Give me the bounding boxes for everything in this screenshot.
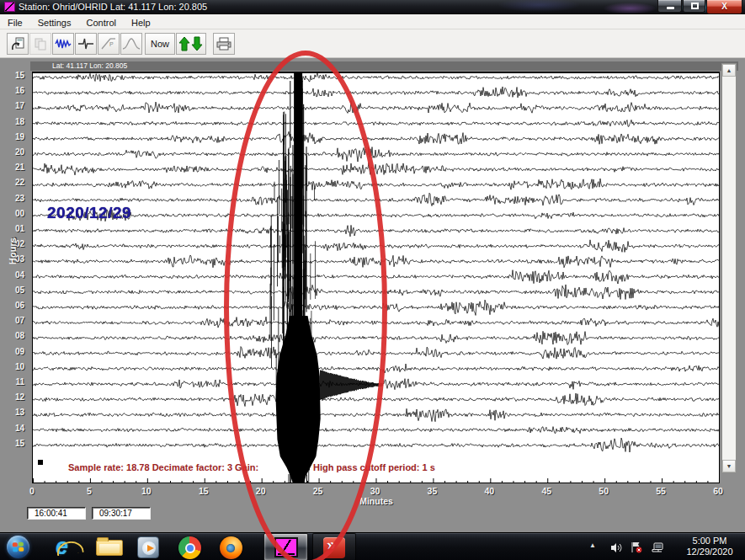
hour-label: 00 [2,208,24,219]
menu-bar: FileSettingsControlHelp [0,14,745,29]
minute-label: 20 [250,486,272,496]
seismograph-app-icon [274,537,298,557]
scroll-up-down-icons [178,35,204,52]
seismograph-app-taskbar-button[interactable] [263,533,308,560]
volume-icon[interactable] [610,541,623,557]
minute-label: 30 [364,486,386,496]
printer-icon [216,36,232,51]
menu-item-control[interactable]: Control [78,15,123,30]
hour-label: 18 [2,116,24,127]
menu-item-settings[interactable]: Settings [30,15,79,30]
hour-label: 23 [2,193,24,204]
hidden-icons-chevron[interactable]: ▲ [589,541,596,549]
window-titlebar[interactable]: Station: Ohrid/OHRID Lat: 41.117 Lon: 20… [0,0,745,14]
import-file-button[interactable] [7,33,29,55]
network-icon[interactable] [651,541,664,557]
svg-text:P: P [109,41,114,47]
clock-time: 5:00 PM [678,536,741,547]
filter-p-icon: P [100,36,117,51]
app-icon [4,2,15,12]
taskbar: e » ▲ 5:00 PM 12/29/2020 [0,532,745,560]
hour-label: 08 [2,330,24,341]
hour-label: 11 [2,376,24,387]
time-display-2[interactable]: 09:30:17 [92,507,151,520]
maximize-button[interactable] [683,0,705,13]
hour-label: 16 [2,85,24,96]
hour-label: 19 [2,131,24,142]
windows-logo-icon [13,542,24,552]
media-player-icon[interactable] [137,536,159,558]
menu-item-file[interactable]: File [0,15,30,30]
waveform-icon [55,36,72,51]
hour-label: 15 [2,438,24,449]
minute-label: 35 [421,486,443,496]
minute-label: 40 [478,486,500,496]
taskbar-clock[interactable]: 5:00 PM 12/29/2020 [678,536,741,557]
file-explorer-icon[interactable] [96,540,123,556]
helicorder-canvas[interactable] [33,73,719,483]
print-button[interactable] [213,33,235,55]
window-title: Station: Ohrid/OHRID Lat: 41.117 Lon: 20… [19,0,207,14]
hour-label: 13 [2,407,24,418]
import-file-icon [10,36,25,51]
minute-label: 55 [650,486,672,496]
firefox-icon[interactable] [220,536,242,559]
hour-label: 22 [2,177,24,188]
clock-date: 12/29/2020 [678,547,741,557]
hour-label: 04 [2,269,24,280]
hour-label: 12 [2,392,24,403]
waveform-view-button[interactable] [52,33,74,55]
vertical-scrollbar[interactable]: ▲ ▼ [721,63,737,473]
toolbar: P Now [0,29,745,58]
scrollbar-up-arrow[interactable]: ▲ [722,64,736,77]
minute-label: 45 [535,486,557,496]
start-button[interactable] [7,536,29,558]
minute-label: 60 [707,486,729,496]
window-controls: X [657,0,742,14]
red-chevrons-app-taskbar-button[interactable]: » [312,533,356,560]
hour-label: 15 [2,70,24,81]
gaussian-curve-icon [122,36,141,51]
hour-label: 17 [2,100,24,111]
minute-label: 5 [78,486,100,496]
hour-label: 10 [2,361,24,372]
internet-explorer-icon[interactable]: e [56,534,81,559]
menu-item-help[interactable]: Help [124,15,158,30]
response-curve-button[interactable] [120,33,142,55]
red-chevrons-app-icon: » [323,537,345,558]
scrollbar-down-arrow[interactable]: ▼ [722,460,736,472]
minute-label: 50 [593,486,615,496]
hours-axis-title: Hours [8,232,18,269]
trace-spike-icon [77,36,94,51]
desktop-screen: Station: Ohrid/OHRID Lat: 41.117 Lon: 20… [0,0,745,560]
trace-view-button[interactable] [75,33,97,55]
now-button[interactable]: Now [145,33,175,55]
plot-header: Lat: 41.117 Lon: 20.805 [30,61,738,71]
scroll-updown-button[interactable] [176,33,206,55]
hour-label: 06 [2,300,24,311]
hour-label: 05 [2,285,24,296]
filter-button[interactable]: P [98,33,120,55]
time-display-1[interactable]: 16:00:41 [27,507,86,520]
helicorder-plot: Sample rate: 18.78 Decimate factor: 3 Ga… [32,72,720,483]
hour-label: 21 [2,162,24,173]
hour-label: 07 [2,315,24,326]
minute-label: 10 [136,486,157,496]
hour-label: 14 [2,423,24,434]
close-button[interactable]: X [706,0,742,14]
date-annotation: 2020/12/29 [47,204,131,222]
hour-label: 20 [2,147,24,157]
minute-label: 15 [193,486,215,496]
chrome-icon[interactable] [178,536,201,559]
copy-button[interactable] [29,33,51,55]
minute-label: 0 [21,486,43,496]
copy-icon [33,36,48,51]
minimize-button[interactable] [657,0,682,13]
hour-label: 09 [2,346,24,357]
minutes-axis-title: Minutes [349,496,403,506]
minute-label: 25 [307,486,329,496]
action-center-flag-icon[interactable] [631,541,643,557]
